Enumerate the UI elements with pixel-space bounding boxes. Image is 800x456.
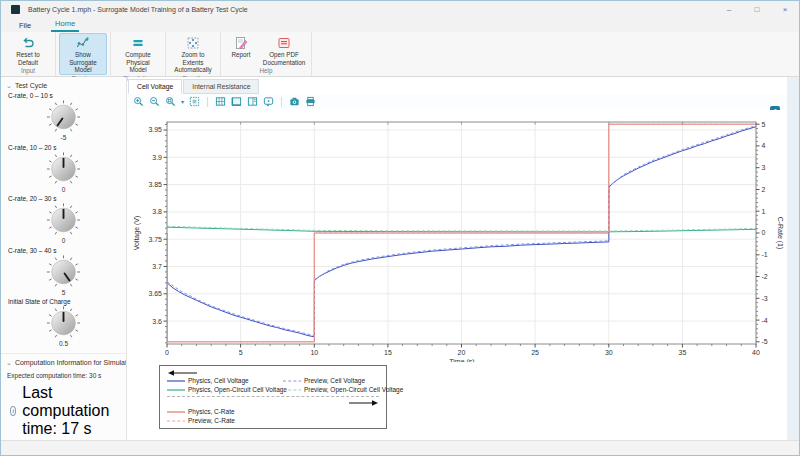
ribbon-button-label: Zoom to Extents Automatically <box>172 51 214 74</box>
minimize-button[interactable]: – <box>715 1 743 18</box>
graphics-toolbar: ▾ <box>128 94 787 109</box>
svg-text:3.8: 3.8 <box>152 208 162 215</box>
ribbon-button-surrogate[interactable]: Show Surrogate Model <box>59 33 107 75</box>
sidebar-form: ⌄Test Cycle C-rate, 0 – 10 s-5C-rate, 10… <box>1 77 127 440</box>
application-window: Battery Cycle 1.mph - Surrogate Model Tr… <box>0 0 800 456</box>
svg-text:3.9: 3.9 <box>152 154 162 161</box>
svg-text:35: 35 <box>679 349 687 356</box>
last-computation-row: i Last computation time: 17 s <box>10 384 126 438</box>
y-axis-title-left: Voltage (V) <box>133 216 141 251</box>
toolbar-separator <box>207 97 208 107</box>
info-icon: i <box>10 406 16 416</box>
knob-label: Initial State of Charge <box>8 298 126 305</box>
knob-block: C-rate, 30 – 40 s5 <box>1 247 126 297</box>
right-axis-indicator <box>167 399 379 407</box>
svg-text:5: 5 <box>762 121 766 128</box>
ribbon-group-buttons: Reset to Default <box>4 33 52 67</box>
svg-text:-2: -2 <box>762 273 768 280</box>
axis-icon[interactable] <box>231 96 242 107</box>
chevron-down-icon: ⌄ <box>6 359 12 366</box>
left-axis-indicator <box>167 369 379 377</box>
ribbon-group-help: ReportOpen PDF DocumentationHelp <box>221 32 312 76</box>
zoom-out-icon[interactable] <box>149 96 160 107</box>
tooltip-icon[interactable] <box>263 96 274 107</box>
knob-dial[interactable] <box>1 254 126 290</box>
knob-dial[interactable] <box>1 99 126 135</box>
menu-tab-home[interactable]: Home <box>51 18 79 32</box>
knob-dial[interactable] <box>1 151 126 187</box>
plot-canvas[interactable]: 05101520253035403.63.653.73.753.83.853.9… <box>128 110 787 440</box>
ribbon-button-label: Show Surrogate Model <box>62 51 104 74</box>
knob-label: C-rate, 0 – 10 s <box>8 92 126 99</box>
svg-text:20: 20 <box>458 349 466 356</box>
svg-text:3.7: 3.7 <box>152 263 162 270</box>
knob-block: C-rate, 10 – 20 s0 <box>1 144 126 194</box>
print-icon[interactable] <box>305 96 316 107</box>
zoom-in-icon[interactable] <box>133 96 144 107</box>
expected-computation-time: Expected computation time: 30 s <box>7 372 126 379</box>
ribbon-group-simulation: Compute Physical ModelSimulation <box>111 32 166 76</box>
ribbon-button-reset[interactable]: Reset to Default <box>4 33 52 67</box>
tab-internal-resistance[interactable]: Internal Resistance <box>183 79 259 94</box>
app-icon <box>11 5 20 14</box>
legend-entry: Physics, C-Rate <box>167 408 379 415</box>
last-computation-time: Last computation time: 17 s <box>22 384 126 438</box>
ribbon-button-compute[interactable]: Compute Physical Model <box>114 33 162 75</box>
legend-entry: Physics, Open-Circuit Cell Voltage <box>167 386 283 393</box>
svg-text:-5: -5 <box>762 338 768 345</box>
ribbon-group-buttons: Show Surrogate Model <box>59 33 107 75</box>
svg-text:3: 3 <box>762 164 766 171</box>
compute-icon <box>131 36 145 50</box>
knob-dial[interactable] <box>1 305 126 341</box>
section-test-cycle-header: ⌄Test Cycle <box>6 82 126 90</box>
knob-value: 0 <box>1 187 126 194</box>
section-divider <box>1 353 126 354</box>
svg-text:15: 15 <box>384 349 392 356</box>
menu-tab-file[interactable]: File <box>15 20 35 32</box>
knob-value: 0 <box>1 238 126 245</box>
window-title: Battery Cycle 1.mph - Surrogate Model Tr… <box>28 6 248 13</box>
legend-entry: Physics, Cell Voltage <box>167 377 283 384</box>
grid-icon[interactable] <box>215 96 226 107</box>
ribbon-group-results: Zoom to Extents AutomaticallyResults <box>166 32 221 76</box>
surrogate-icon <box>76 36 90 50</box>
maximize-button[interactable]: □ <box>743 1 771 18</box>
svg-text:30: 30 <box>605 349 613 356</box>
ribbon-button-label: Compute Physical Model <box>117 51 159 74</box>
svg-text:10: 10 <box>310 349 318 356</box>
svg-text:25: 25 <box>531 349 539 356</box>
svg-text:0: 0 <box>165 349 169 356</box>
svg-text:3.75: 3.75 <box>148 236 162 243</box>
ribbon-group-label: Help <box>224 67 308 76</box>
knob-list: C-rate, 0 – 10 s-5C-rate, 10 – 20 s0C-ra… <box>1 92 126 348</box>
knob-value: 5 <box>1 290 126 297</box>
dropdown-caret-icon[interactable]: ▾ <box>181 99 184 105</box>
ribbon-button-report[interactable]: Report <box>224 33 258 67</box>
status-bar <box>1 440 799 455</box>
svg-text:-4: -4 <box>762 317 768 324</box>
chart-svg[interactable]: 05101520253035403.63.653.73.753.83.853.9… <box>128 110 789 362</box>
legend-toggle-icon[interactable] <box>247 96 258 107</box>
close-button[interactable]: × <box>771 1 799 18</box>
y-axis-title-right: C-Rate (1) <box>776 217 784 250</box>
chevron-down-icon: ⌄ <box>6 82 12 89</box>
tab-cell-voltage[interactable]: Cell Voltage <box>128 79 182 94</box>
pdf-icon <box>277 36 291 50</box>
zoom-extents-icon[interactable] <box>165 96 176 107</box>
ribbon-button-pdf[interactable]: Open PDF Documentation <box>260 33 308 67</box>
menu-tab-bar: File Home <box>1 18 799 32</box>
chart-legend: Physics, Cell VoltagePreview, Cell Volta… <box>159 365 387 429</box>
ribbon-button-label: Reset to Default <box>7 51 49 66</box>
ribbon-group-preview: Show Surrogate ModelPreview <box>56 32 111 76</box>
section-computation-header: ⌄Computation Information for Simulation <box>6 359 126 367</box>
window-controls: – □ × <box>715 1 799 18</box>
ribbon-button-zoom-extents[interactable]: Zoom to Extents Automatically <box>169 33 217 75</box>
toolbar-separator <box>281 97 282 107</box>
knob-block: C-rate, 0 – 10 s-5 <box>1 92 126 142</box>
ribbon-group-buttons: Compute Physical Model <box>114 33 162 75</box>
camera-icon[interactable] <box>289 96 300 107</box>
zoom-extents-icon <box>186 36 200 50</box>
knob-dial[interactable] <box>1 202 126 238</box>
graphics-tab-bar: Cell Voltage Internal Resistance <box>128 79 260 94</box>
zoom-box-icon[interactable] <box>189 96 200 107</box>
